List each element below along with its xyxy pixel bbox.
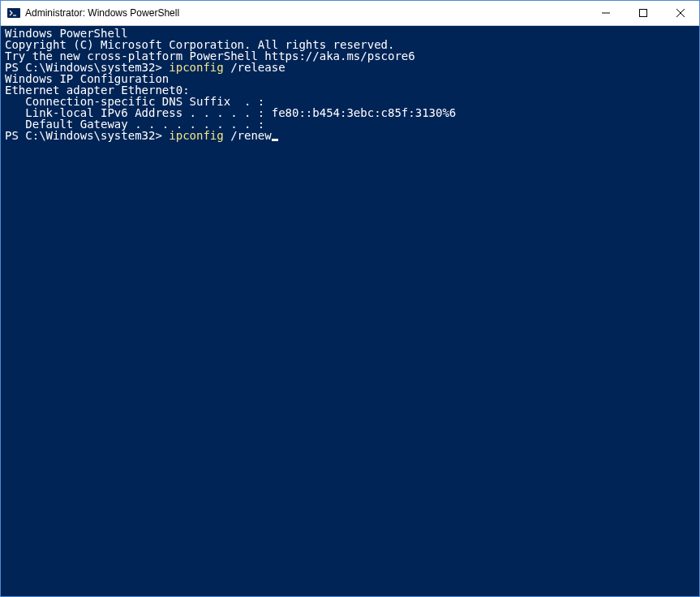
- window-title: Administrator: Windows PowerShell: [25, 7, 587, 19]
- titlebar[interactable]: Administrator: Windows PowerShell: [1, 1, 699, 26]
- terminal-line: Copyright (C) Microsoft Corporation. All…: [5, 39, 695, 50]
- powershell-window: Administrator: Windows PowerShell Window…: [0, 0, 700, 597]
- maximize-button[interactable]: [625, 1, 662, 25]
- terminal-line: Windows IP Configuration: [5, 73, 695, 84]
- window-controls: [587, 1, 699, 25]
- maximize-icon: [639, 9, 647, 17]
- terminal-text: ipconfig: [169, 61, 230, 74]
- terminal-line: PS C:\Windows\system32> ipconfig /releas…: [5, 62, 695, 73]
- terminal-text: PS C:\Windows\system32>: [5, 129, 169, 142]
- powershell-icon: [7, 6, 20, 19]
- svg-rect-3: [640, 10, 647, 17]
- terminal-line: Windows PowerShell: [5, 28, 695, 39]
- terminal-line: Default Gateway . . . . . . . . . :: [5, 118, 695, 130]
- terminal-line: Connection-specific DNS Suffix . :: [5, 96, 695, 107]
- terminal-text: ipconfig: [169, 129, 230, 142]
- terminal-line: Link-local IPv6 Address . . . . . : fe80…: [5, 107, 695, 118]
- close-button[interactable]: [662, 1, 699, 25]
- terminal-text: /release: [230, 61, 285, 74]
- cursor: [272, 139, 278, 141]
- terminal-line: Try the new cross-platform PowerShell ht…: [5, 50, 695, 62]
- terminal-text: /renew: [230, 129, 272, 142]
- minimize-icon: [602, 9, 610, 17]
- terminal-line: Ethernet adapter Ethernet0:: [5, 84, 695, 96]
- svg-rect-0: [7, 8, 20, 18]
- minimize-button[interactable]: [587, 1, 625, 25]
- close-icon: [676, 9, 685, 17]
- terminal-area[interactable]: Windows PowerShellCopyright (C) Microsof…: [1, 26, 699, 596]
- terminal-line: PS C:\Windows\system32> ipconfig /renew: [5, 130, 695, 141]
